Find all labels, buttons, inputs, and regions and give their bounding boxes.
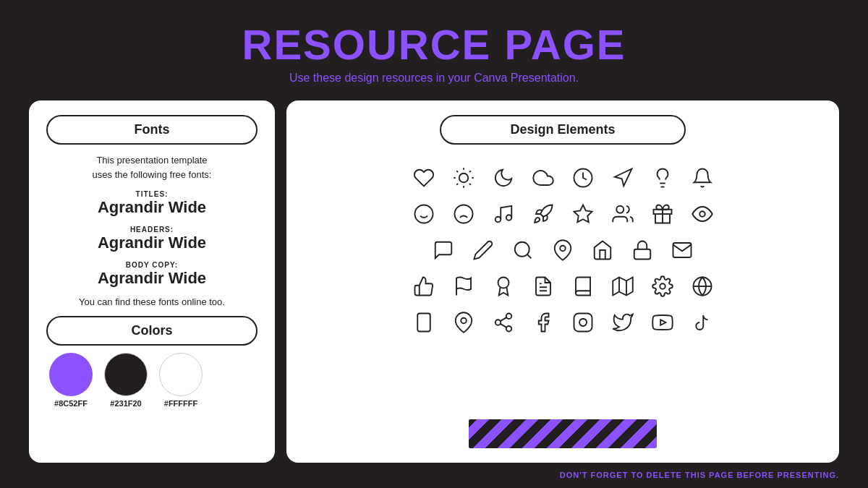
svg-point-0 (459, 174, 468, 183)
share-icon (483, 305, 523, 340)
svg-marker-33 (613, 278, 633, 296)
facebook-icon (523, 305, 563, 340)
font-body: BODY COPY: Agrandir Wide (46, 261, 258, 288)
eye-icon (682, 197, 722, 231)
svg-point-19 (506, 215, 511, 221)
svg-marker-20 (574, 205, 592, 223)
design-elements-header: Design Elements (440, 115, 686, 145)
icons-grid (308, 160, 817, 414)
map-icon (603, 269, 642, 304)
svg-line-45 (500, 324, 506, 328)
svg-line-7 (456, 184, 458, 185)
color-swatch-white: #FFFFFF (159, 353, 203, 408)
heart-icon (404, 160, 443, 195)
svg-point-25 (515, 242, 529, 257)
svg-point-30 (498, 278, 509, 288)
page-subtitle: Use these design resources in your Canva… (0, 72, 868, 85)
globe-icon (682, 269, 722, 304)
bell-icon (682, 160, 722, 195)
megaphone-icon (603, 160, 642, 195)
bulb-icon (642, 160, 682, 195)
tiktok-icon (682, 305, 722, 340)
color-label-dark: #231F20 (110, 399, 141, 408)
svg-point-21 (616, 206, 624, 213)
font-titles: TITLES: Agrandir Wide (46, 190, 258, 217)
frown-icon (443, 197, 483, 231)
fonts-description: This presentation template uses the foll… (46, 153, 258, 181)
music-icon (483, 197, 523, 231)
right-panel: Design Elements (286, 100, 839, 463)
color-swatches: #8C52FF #231F20 #FFFFFF (46, 353, 258, 408)
svg-line-26 (527, 254, 531, 258)
smile-icon (404, 197, 443, 231)
doc-icon (523, 269, 563, 304)
page-header: RESOURCE PAGE Use these design resources… (0, 0, 868, 92)
lock-icon (623, 233, 663, 267)
icon-row-1 (308, 160, 817, 195)
award-icon (483, 269, 523, 304)
color-circle-white (159, 353, 203, 396)
icon-row-2 (308, 197, 817, 231)
svg-rect-28 (634, 249, 651, 260)
svg-rect-39 (417, 314, 430, 332)
stripe-decoration (469, 419, 657, 448)
svg-rect-47 (574, 314, 592, 332)
twitter-icon (603, 305, 642, 340)
svg-marker-49 (660, 320, 665, 325)
youtube-icon (642, 305, 682, 340)
svg-line-4 (469, 184, 470, 185)
gift-icon (642, 197, 682, 231)
home-icon (583, 233, 623, 267)
color-label-white: #FFFFFF (164, 399, 197, 408)
svg-point-18 (495, 217, 501, 223)
color-swatch-dark: #231F20 (104, 353, 148, 408)
mail-icon (663, 233, 702, 267)
icon-row-3 (308, 233, 817, 267)
svg-line-3 (456, 171, 458, 172)
svg-line-46 (500, 317, 506, 321)
pin-icon (543, 233, 583, 267)
left-panel: Fonts This presentation template uses th… (29, 100, 275, 463)
clock-icon (563, 160, 603, 195)
font-headers: HEADERS: Agrandir Wide (46, 226, 258, 252)
colors-section: Colors #8C52FF #231F20 #FFFFFF (46, 316, 258, 408)
star-icon (563, 197, 603, 231)
main-content: Fonts This presentation template uses th… (0, 92, 868, 471)
svg-point-12 (414, 205, 433, 223)
pencil-icon (464, 233, 503, 267)
svg-point-44 (506, 326, 511, 332)
icon-row-4 (308, 269, 817, 304)
svg-point-43 (495, 320, 501, 325)
svg-point-27 (560, 246, 566, 252)
color-circle-purple (49, 353, 93, 396)
moon-icon (483, 160, 523, 195)
rocket-icon (523, 197, 563, 231)
thumbsup-icon (404, 269, 443, 304)
svg-point-41 (461, 318, 467, 324)
flag-icon (443, 269, 483, 304)
svg-point-15 (454, 205, 472, 223)
location-icon (443, 305, 483, 340)
sun-icon (443, 160, 483, 195)
instagram-icon (563, 305, 603, 340)
chat-icon (424, 233, 464, 267)
icon-row-5 (308, 305, 817, 340)
svg-point-36 (660, 283, 665, 289)
phone-icon (404, 305, 443, 340)
settings-icon (642, 269, 682, 304)
user-icon (603, 197, 642, 231)
font-find-text: You can find these fonts online too. (46, 296, 258, 307)
color-swatch-purple: #8C52FF (49, 353, 93, 408)
svg-point-24 (699, 211, 705, 217)
search-icon (503, 233, 543, 267)
color-label-purple: #8C52FF (54, 399, 88, 408)
cloud-icon (523, 160, 563, 195)
svg-line-8 (469, 171, 470, 172)
page-title: RESOURCE PAGE (0, 20, 868, 69)
fonts-header: Fonts (46, 115, 258, 145)
color-circle-dark (104, 353, 148, 396)
footer-note: DON'T FORGET TO DELETE THIS PAGE BEFORE … (560, 471, 839, 479)
book-icon (563, 269, 603, 304)
svg-point-42 (506, 314, 511, 320)
colors-header: Colors (46, 316, 258, 346)
